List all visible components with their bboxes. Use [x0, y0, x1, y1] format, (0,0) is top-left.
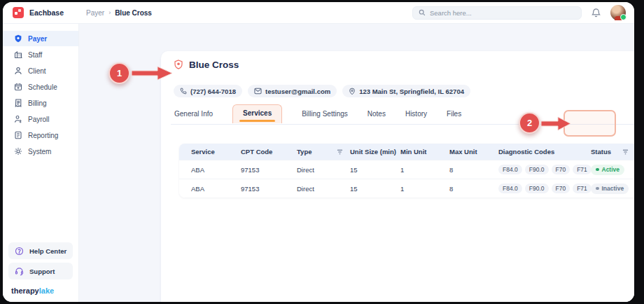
search-icon	[419, 9, 426, 16]
calendar-icon	[14, 83, 22, 91]
services-table: Service CPT Code Type Unit Size (min) Mi…	[179, 144, 634, 198]
sidebar: Payer Staff Client Schedule Billing Payr…	[3, 24, 79, 302]
code-badge: F70	[552, 184, 570, 193]
report-icon	[14, 131, 22, 139]
person-icon	[14, 67, 22, 75]
sidebar-item-billing[interactable]: Billing	[3, 95, 78, 111]
cell-diagnostic-codes: F84.0 F90.0 F70 F71 F79	[498, 165, 591, 174]
tab-files[interactable]: Files	[447, 106, 461, 124]
payroll-icon	[14, 115, 22, 123]
code-badge: F90.0	[525, 184, 549, 193]
topbar: Eachbase Payer › Blue Cross	[3, 2, 634, 24]
tab-notes[interactable]: Notes	[368, 106, 386, 124]
cell-max-unit: 8	[449, 185, 498, 193]
cell-min-unit: 1	[400, 166, 449, 174]
col-max-unit: Max Unit	[449, 148, 498, 156]
support-button[interactable]: Support	[8, 263, 73, 279]
email-value: testuser@gmail.com	[265, 88, 330, 95]
search-input[interactable]	[430, 9, 575, 17]
code-badge: F84.0	[498, 165, 522, 174]
logo-part-lake: lake	[39, 286, 54, 295]
col-type: Type	[297, 148, 350, 156]
payer-shield-icon	[174, 60, 183, 70]
tab-services[interactable]: Services	[232, 104, 282, 123]
building-icon	[14, 50, 22, 59]
table-row: ABA 97153 Direct 15 1 8 F84.0 F90.0 F70 …	[179, 179, 634, 198]
sidebar-item-schedule[interactable]: Schedule	[3, 79, 78, 95]
code-badge: F84.0	[498, 184, 522, 193]
col-unit-size: Unit Size (min)	[350, 148, 400, 156]
col-cpt-code: CPT Code	[241, 148, 297, 156]
sidebar-item-label: Reporting	[28, 132, 58, 139]
sidebar-item-label: Staff	[28, 51, 42, 59]
sidebar-item-label: Payroll	[28, 116, 50, 123]
sidebar-item-system[interactable]: System	[3, 144, 78, 159]
status-dot-icon	[596, 168, 599, 172]
cell-max-unit: 8	[449, 166, 498, 174]
cell-service: ABA	[179, 166, 241, 174]
status-dot-icon	[596, 187, 599, 191]
col-service: Service	[179, 148, 241, 156]
col-type-label: Type	[297, 148, 312, 156]
sidebar-item-label: System	[28, 148, 51, 156]
sidebar-item-reporting[interactable]: Reporting	[3, 127, 78, 143]
receipt-icon	[14, 99, 22, 107]
payer-detail-card: Blue Cross Active (727) 644-7018 testuse…	[161, 51, 634, 302]
phone-icon	[180, 88, 187, 95]
col-status: Status	[591, 148, 634, 156]
sidebar-item-label: Client	[28, 67, 46, 75]
status-badge: Inactive	[591, 184, 629, 194]
user-avatar[interactable]	[610, 5, 626, 20]
tab-history[interactable]: History	[405, 106, 427, 124]
eachbase-logo-icon	[13, 7, 24, 18]
cell-cpt: 97153	[241, 185, 297, 193]
col-diagnostic-codes: Diagnostic Codes	[498, 148, 591, 156]
main-content: Blue Cross Active (727) 644-7018 testuse…	[79, 24, 634, 302]
gear-icon	[14, 147, 22, 156]
help-icon	[15, 247, 24, 256]
cell-unit-size: 15	[350, 185, 400, 193]
code-badge: F71	[573, 165, 592, 174]
logo-part-therapy: therapy	[11, 286, 39, 295]
sidebar-item-label: Billing	[28, 99, 47, 107]
payer-name-title: Blue Cross	[189, 60, 239, 70]
tab-bar: General Info Services Billing Settings N…	[171, 106, 634, 125]
breadcrumb-current: Blue Cross	[115, 9, 152, 17]
app-window: Eachbase Payer › Blue Cross Pay	[3, 2, 634, 302]
code-badge: F90.0	[525, 165, 549, 174]
code-badge: F71	[573, 184, 592, 193]
cell-min-unit: 1	[400, 185, 449, 193]
search-box[interactable]	[412, 6, 582, 20]
notifications-bell-icon[interactable]	[592, 8, 601, 18]
help-center-button[interactable]: Help Center	[8, 242, 73, 259]
filter-icon[interactable]	[337, 149, 343, 155]
sidebar-item-staff[interactable]: Staff	[3, 47, 78, 62]
cell-unit-size: 15	[350, 166, 400, 174]
cell-status: Active	[591, 165, 634, 175]
col-status-label: Status	[591, 148, 611, 156]
cell-type: Direct	[297, 166, 350, 174]
therapylake-logo: therapylake	[11, 286, 73, 295]
breadcrumb-separator-icon: ›	[108, 9, 111, 16]
cell-diagnostic-codes: F84.0 F90.0 F70 F71 F79	[498, 184, 591, 193]
tab-billing-settings[interactable]: Billing Settings	[302, 106, 348, 124]
cell-type: Direct	[297, 185, 350, 193]
filter-icon[interactable]	[622, 149, 629, 155]
sidebar-item-client[interactable]: Client	[3, 63, 78, 78]
breadcrumb: Payer › Blue Cross	[79, 9, 152, 17]
col-min-unit: Min Unit	[400, 148, 449, 156]
sidebar-item-payer[interactable]: Payer	[3, 31, 78, 46]
tab-general-info[interactable]: General Info	[174, 106, 213, 124]
brand[interactable]: Eachbase	[3, 7, 79, 18]
sidebar-item-label: Payer	[28, 35, 47, 43]
brand-name: Eachbase	[29, 8, 64, 17]
breadcrumb-parent[interactable]: Payer	[86, 9, 104, 17]
address-chip[interactable]: 123 Main St, Springfield, IL 62704	[342, 85, 470, 97]
sidebar-item-payroll[interactable]: Payroll	[3, 111, 78, 127]
phone-chip[interactable]: (727) 644-7018	[174, 85, 242, 97]
status-badge: Active	[591, 165, 624, 175]
table-row: ABA 97153 Direct 15 1 8 F84.0 F90.0 F70 …	[179, 160, 634, 179]
email-chip[interactable]: testuser@gmail.com	[248, 85, 337, 97]
sidebar-item-label: Schedule	[28, 83, 57, 91]
cell-status: Inactive	[591, 184, 634, 194]
